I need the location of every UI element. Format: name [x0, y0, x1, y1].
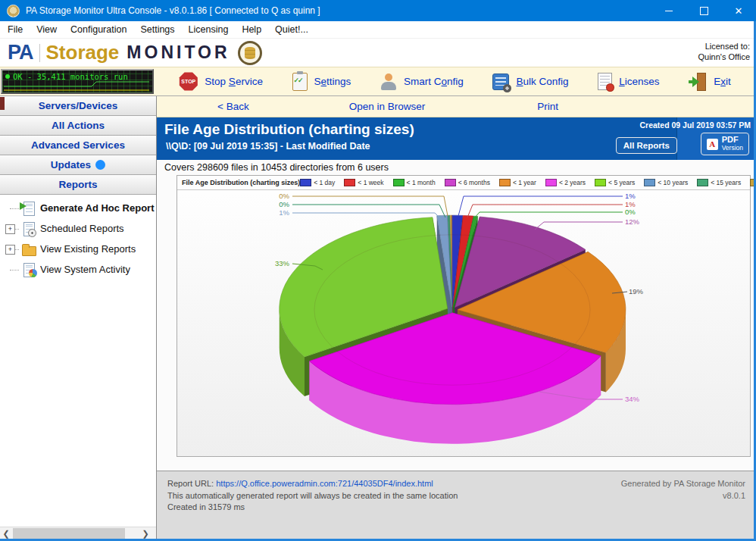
report-created: Created 09 Jul 2019 03:57 PM — [640, 120, 751, 130]
legend-label: < 10 years — [658, 179, 688, 186]
pct-label-2: 1% — [279, 208, 289, 217]
settings-button[interactable]: Settings — [292, 73, 351, 91]
menu-item-file[interactable]: File — [0, 24, 30, 35]
pie-chart: 0%0%1%33%1%1%0%12%19%34% — [177, 190, 748, 453]
legend-label: < 1 month — [407, 179, 436, 186]
legend-item-15-years: < 15 years — [697, 179, 741, 186]
pct-label-3: 33% — [275, 259, 290, 267]
sidebar-hscrollbar[interactable]: ❮ ❯ — [0, 527, 156, 539]
exit-door-icon — [689, 73, 707, 91]
tree-item-scheduled-reports[interactable]: +Scheduled Reports — [0, 218, 156, 239]
menu-item-view[interactable]: View — [30, 24, 64, 35]
legend-swatch — [595, 179, 606, 186]
exit-button[interactable]: Exit — [689, 73, 731, 91]
close-button[interactable]: ✕ — [721, 0, 756, 21]
stop-service-label: Stop Service — [205, 76, 263, 87]
scroll-right-icon[interactable]: ❯ — [139, 527, 152, 539]
tree-item-label: Generate Ad Hoc Report — [40, 202, 155, 214]
minimize-button[interactable] — [651, 0, 686, 21]
chart-legend-items: < 1 day< 1 week< 1 month< 6 months< 1 ye… — [300, 179, 756, 186]
print-link[interactable]: Print — [537, 101, 558, 112]
sidebar-section-all-actions[interactable]: All Actions — [0, 115, 156, 136]
logo-storage: Storage — [46, 41, 120, 64]
legend-label: < 2 years — [559, 179, 586, 186]
callout-line-6 — [474, 212, 623, 218]
logo-separator — [39, 44, 40, 62]
callout-line-7 — [535, 222, 623, 230]
sidebar-tree: Generate Ad Hoc Report+Scheduled Reports… — [0, 198, 156, 280]
sidebar-section-label: Reports — [58, 179, 97, 190]
tree-item-label: Scheduled Reports — [40, 223, 124, 234]
stop-service-button[interactable]: Stop Service — [179, 72, 263, 91]
menu-item-settings[interactable]: Settings — [133, 24, 181, 35]
report-url-link[interactable]: https://Q.office.poweradmin.com:721/4403… — [216, 479, 433, 488]
exit-label: Exit — [714, 76, 731, 87]
sidebar-section-advanced-services[interactable]: Advanced Services — [0, 135, 156, 155]
sidebar-section-label: All Actions — [52, 120, 105, 131]
tree-item-view-existing-reports[interactable]: +View Existing Reports — [0, 239, 156, 259]
licensed-label: Licensed to: — [698, 41, 750, 52]
database-icon — [238, 41, 262, 65]
legend-item-10-years: < 10 years — [644, 179, 688, 186]
legend-swatch — [300, 179, 311, 186]
sidebar-section-servers-devices[interactable]: Servers/Devices — [0, 95, 156, 116]
server-gear-icon — [492, 73, 509, 90]
status-lcd: OK - 35,411 monitors run — [1, 69, 154, 94]
menu-item-quiet[interactable]: Quiet!... — [268, 24, 315, 35]
window-title: PA Storage Monitor Ultra Console - v8.0.… — [26, 5, 320, 16]
scroll-left-icon[interactable]: ❮ — [0, 527, 12, 539]
certificate-icon — [598, 73, 612, 90]
folder-icon — [21, 241, 36, 258]
licensed-name: Quinn's Office — [698, 52, 750, 62]
pdf-label: PDF — [722, 136, 743, 144]
maximize-button[interactable] — [686, 0, 721, 21]
menu-item-configuration[interactable]: Configuration — [64, 24, 133, 35]
legend-swatch — [545, 179, 557, 186]
menu-item-help[interactable]: Help — [235, 24, 268, 35]
clipboard-check-icon — [292, 73, 308, 91]
logo-monitor: MONITOR — [127, 42, 230, 63]
maximize-icon — [700, 7, 708, 15]
tree-item-generate-ad-hoc-report[interactable]: Generate Ad Hoc Report — [0, 198, 156, 218]
report-footer-created-in: Created in 31579 ms — [167, 502, 756, 514]
sidebar-section-updates[interactable]: Updates — [0, 155, 156, 175]
title-bar: PA Storage Monitor Ultra Console - v8.0.… — [0, 0, 756, 21]
licenses-button[interactable]: Licenses — [598, 73, 659, 90]
pct-label-0: 0% — [279, 192, 289, 200]
all-reports-button[interactable]: All Reports — [616, 137, 677, 154]
sidebar-notch — [0, 97, 5, 110]
menu-item-licensing[interactable]: Licensing — [182, 24, 236, 35]
expander-plus-icon[interactable]: + — [5, 224, 15, 234]
legend-swatch — [393, 179, 405, 186]
logo-bar: PA Storage MONITOR Licensed to: Quinn's … — [0, 39, 756, 67]
legend-item-1-day: < 1 day — [300, 179, 335, 186]
generated-by: Generated by PA Storage Monitor — [621, 478, 745, 490]
sidebar-section-label: Updates — [51, 159, 91, 170]
stop-sign-icon — [179, 72, 198, 91]
licenses-label: Licenses — [619, 76, 659, 87]
adhoc-report-icon — [21, 200, 36, 217]
expander-plus-icon[interactable]: + — [5, 245, 15, 255]
sidebar-section-reports[interactable]: Reports — [0, 174, 156, 195]
tree-item-view-system-activity[interactable]: View System Activity — [0, 259, 156, 280]
tree-item-label: View System Activity — [40, 264, 130, 275]
report-url-label: Report URL: — [167, 479, 214, 488]
pct-label-4: 1% — [625, 192, 636, 200]
legend-label: < 15 years — [711, 179, 741, 186]
open-in-browser-link[interactable]: Open in Browser — [349, 101, 426, 112]
bulk-config-button[interactable]: Bulk Config — [492, 73, 568, 90]
back-link[interactable]: < Back — [217, 101, 249, 112]
updates-badge-icon — [95, 160, 105, 170]
smart-config-button[interactable]: Smart Config — [380, 73, 464, 91]
sidebar-sections: Servers/DevicesAll ActionsAdvanced Servi… — [0, 95, 156, 195]
report-footer: Report URL: https://Q.office.poweradmin.… — [157, 471, 756, 539]
main-panel: < Back Open in Browser Print File Age Di… — [157, 96, 756, 539]
pdf-icon: A — [707, 139, 718, 150]
callout-line-1 — [292, 205, 445, 217]
chart-legend-title: File Age Distribution (charting sizes) — [182, 179, 300, 186]
pct-label-1: 0% — [279, 200, 289, 208]
pct-label-7: 12% — [625, 217, 640, 226]
scrollbar-thumb[interactable] — [13, 528, 125, 539]
toolbar: OK - 35,411 monitors run Stop ServiceSet… — [0, 67, 756, 96]
pdf-version-button[interactable]: A PDF Version — [701, 133, 749, 155]
